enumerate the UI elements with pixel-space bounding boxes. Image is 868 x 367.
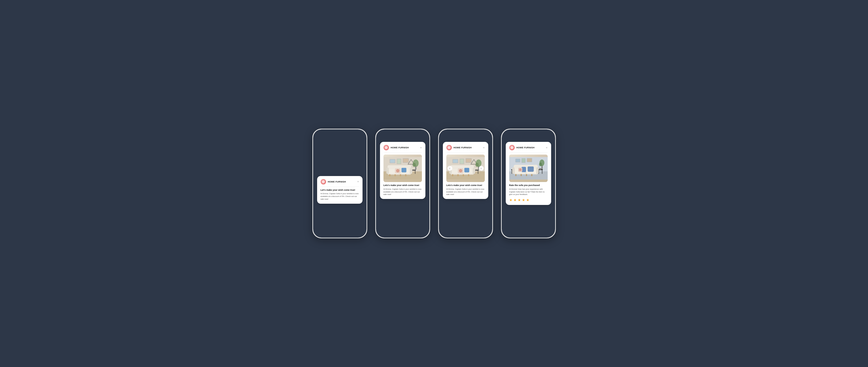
card-1-divider <box>320 187 359 187</box>
phone-2-notification-card: HOME FURNISH × <box>380 142 425 199</box>
card-1-header: HOME FURNISH × <box>320 179 359 185</box>
phone-2: HOME FURNISH × <box>375 129 430 238</box>
card-4-title: Rate the sofa you purchased <box>509 184 548 187</box>
phone-1-screen: HOME FURNISH × Let's make your wish come… <box>313 129 367 238</box>
svg-rect-21 <box>410 168 412 174</box>
svg-rect-8 <box>403 159 408 163</box>
star-2[interactable]: ★ <box>514 198 517 202</box>
card-1-title: Let's make your wish come true! <box>320 189 359 192</box>
card-4-header: HOME FURNISH × <box>509 145 548 151</box>
svg-rect-23 <box>395 174 396 176</box>
svg-rect-6 <box>397 159 401 164</box>
brand-name-4: HOME FURNISH <box>517 146 535 149</box>
svg-rect-66 <box>522 159 525 163</box>
svg-point-58 <box>460 170 462 172</box>
card-4-body: Hi Emma! How has your experience with Ca… <box>509 188 548 196</box>
svg-rect-29 <box>401 168 406 172</box>
close-btn-4[interactable]: × <box>546 146 548 149</box>
svg-rect-84 <box>536 167 539 174</box>
svg-rect-85 <box>515 174 516 176</box>
card-3-body: Hi Emma. Captain Sofa in your wishlist i… <box>446 188 485 196</box>
svg-rect-68 <box>527 159 532 162</box>
card-2-header: HOME FURNISH × <box>383 145 422 151</box>
svg-rect-34 <box>453 160 458 163</box>
close-btn-1[interactable]: × <box>357 180 359 183</box>
svg-rect-51 <box>472 168 475 174</box>
svg-rect-74 <box>542 170 542 174</box>
card-3-divider <box>446 152 485 153</box>
svg-rect-24 <box>400 174 401 176</box>
phone-3: HOME FURNISH × <box>438 129 493 238</box>
card-3-title: Lets's make your wish come true! <box>446 184 485 187</box>
svg-rect-77 <box>512 170 512 174</box>
sofa-image-2 <box>383 155 422 182</box>
svg-point-28 <box>397 170 399 172</box>
brand-name-1: HOME FURNISH <box>328 180 346 183</box>
card-2-body: Hi Emma. Captain Sofa in your wishlist i… <box>383 188 422 196</box>
svg-point-92 <box>519 169 522 171</box>
star-3[interactable]: ★ <box>518 198 521 202</box>
brand-icon-4 <box>509 145 515 151</box>
card-2-header-left: HOME FURNISH <box>383 145 409 151</box>
card-4-divider <box>509 152 548 153</box>
svg-rect-59 <box>464 168 469 172</box>
card-2-image <box>383 155 422 182</box>
svg-rect-36 <box>460 159 464 164</box>
phone-4: HOME FURNISH × <box>501 129 556 238</box>
svg-rect-15 <box>415 170 415 174</box>
phone-4-notification-card: HOME FURNISH × <box>506 142 551 205</box>
star-5[interactable]: ★ <box>526 198 529 202</box>
close-btn-2[interactable]: × <box>420 146 422 149</box>
card-4-image <box>509 155 548 182</box>
card-3-header-left: HOME FURNISH <box>446 145 472 151</box>
carousel-left-arrow-3[interactable]: ‹ <box>447 166 452 171</box>
phone-3-notification-card: HOME FURNISH × <box>443 142 488 199</box>
svg-rect-86 <box>521 174 522 176</box>
svg-rect-64 <box>516 159 520 162</box>
brand-icon-1 <box>320 179 326 185</box>
svg-rect-75 <box>539 168 541 170</box>
card-2-title: Lets's make your wish come true! <box>383 184 422 187</box>
svg-rect-88 <box>531 174 532 176</box>
brand-icon-2 <box>383 145 389 151</box>
card-1-body: Hi Emma. Captain Sofa in your wishlist i… <box>320 193 359 201</box>
brand-name-3: HOME FURNISH <box>454 146 472 149</box>
phone-1: HOME FURNISH × Let's make your wish come… <box>312 129 367 238</box>
card-2-divider <box>383 152 422 153</box>
svg-rect-90 <box>527 167 534 172</box>
svg-rect-45 <box>478 170 478 174</box>
phone-1-notification-card: HOME FURNISH × Let's make your wish come… <box>317 176 363 204</box>
brand-name-2: HOME FURNISH <box>391 146 409 149</box>
svg-rect-54 <box>463 174 464 176</box>
star-1[interactable]: ★ <box>509 198 513 202</box>
svg-point-71 <box>539 163 542 166</box>
svg-rect-4 <box>390 160 395 163</box>
svg-rect-22 <box>389 174 390 176</box>
brand-icon-3 <box>446 145 452 151</box>
svg-rect-53 <box>457 174 459 176</box>
sofa-image-4 <box>509 155 548 182</box>
svg-rect-83 <box>512 167 515 174</box>
svg-point-12 <box>412 163 416 167</box>
svg-rect-20 <box>386 168 389 174</box>
phone-3-screen: HOME FURNISH × <box>439 129 492 238</box>
carousel-right-arrow-3[interactable]: › <box>479 166 484 171</box>
card-1-header-left: HOME FURNISH <box>320 179 346 185</box>
svg-rect-52 <box>452 174 453 176</box>
star-4[interactable]: ★ <box>522 198 525 202</box>
phone-2-screen: HOME FURNISH × <box>376 129 429 238</box>
card-3-header: HOME FURNISH × <box>446 145 485 151</box>
close-btn-3[interactable]: × <box>483 146 485 149</box>
phones-container: HOME FURNISH × Let's make your wish come… <box>312 129 556 238</box>
stars-row-4: ★ ★ ★ ★ ★ <box>509 198 548 202</box>
phone-4-screen: HOME FURNISH × <box>502 129 555 238</box>
card-3-image: ‹ › <box>446 155 485 182</box>
svg-rect-55 <box>468 174 469 176</box>
svg-point-42 <box>475 163 478 167</box>
svg-rect-25 <box>405 174 406 176</box>
card-4-header-left: HOME FURNISH <box>509 145 535 151</box>
svg-rect-38 <box>466 159 471 163</box>
svg-rect-87 <box>526 174 527 176</box>
